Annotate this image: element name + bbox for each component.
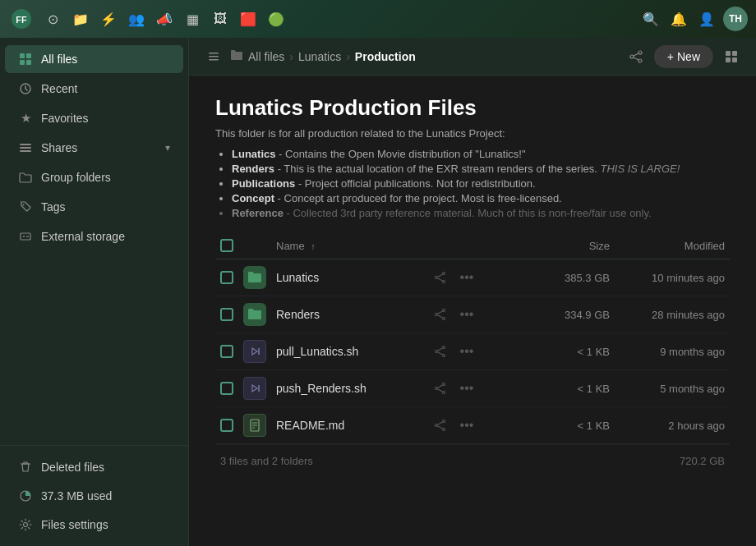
files-icon[interactable]: 📁 <box>69 7 92 30</box>
breadcrumb-lunatics[interactable]: Lunatics <box>298 50 341 63</box>
activity-icon[interactable]: ⚡ <box>97 7 120 30</box>
row-checkbox[interactable] <box>220 382 233 395</box>
search-wrap: 🔍 <box>639 7 662 30</box>
contacts-icon-2[interactable]: 👤 <box>695 7 718 30</box>
svg-rect-16 <box>209 53 219 54</box>
favorites-icon: ★ <box>18 111 33 126</box>
file-table-footer: 3 files and 2 folders 720.2 GB <box>215 444 730 477</box>
table-row: push_Renders.sh ••• < 1 KB 5 months ag <box>215 370 730 407</box>
announce-icon[interactable]: 📣 <box>153 7 176 30</box>
breadcrumb-menu-button[interactable] <box>202 45 225 68</box>
select-all-checkbox[interactable] <box>220 239 233 252</box>
view-toggle-button[interactable] <box>720 45 743 68</box>
more-options-icon[interactable]: ••• <box>457 379 477 398</box>
header-icon-cell <box>238 232 271 259</box>
row-checkbox[interactable] <box>220 308 233 321</box>
svg-point-12 <box>23 236 25 237</box>
item-name: Lunatics <box>232 148 275 160</box>
svg-point-35 <box>443 318 445 320</box>
sidebar-item-tags[interactable]: Tags <box>5 193 183 221</box>
row-actions-cell: ••• <box>426 370 524 407</box>
tags-label: Tags <box>41 200 66 213</box>
row-checkbox-cell <box>215 407 238 444</box>
list-item: Renders - This is the actual location of… <box>232 163 730 175</box>
row-modified-cell: 2 hours ago <box>615 407 730 444</box>
svg-line-36 <box>438 311 443 314</box>
svg-rect-24 <box>726 51 731 56</box>
home-icon[interactable]: ⊙ <box>41 7 64 30</box>
header-name[interactable]: Name ↑ <box>271 232 426 259</box>
file-name[interactable]: pull_Lunatics.sh <box>276 345 358 358</box>
sidebar-item-storage[interactable]: 37.3 MB used <box>5 482 183 510</box>
sidebar-item-all-files[interactable]: All files <box>5 45 183 73</box>
svg-point-21 <box>638 59 642 62</box>
header-spacer <box>426 232 524 259</box>
svg-point-47 <box>443 383 445 386</box>
svg-line-59 <box>438 422 443 424</box>
app-logo[interactable]: FF <box>8 6 35 32</box>
svg-rect-7 <box>20 144 31 145</box>
share-file-icon[interactable] <box>431 305 450 324</box>
row-modified-cell: 5 months ago <box>615 370 730 407</box>
row-checkbox[interactable] <box>220 419 233 432</box>
more-options-icon[interactable]: ••• <box>457 305 477 324</box>
more-options-icon[interactable]: ••• <box>457 342 477 361</box>
shares-chevron: ▾ <box>165 142 170 154</box>
photos-icon[interactable]: 🖼 <box>209 7 232 30</box>
breadcrumb-all-files[interactable]: All files <box>248 50 284 63</box>
user-avatar[interactable]: TH <box>723 7 748 31</box>
svg-point-56 <box>443 420 445 423</box>
list-item: Publications - Project official publicat… <box>232 177 730 190</box>
row-size-cell: < 1 KB <box>524 333 615 370</box>
row-checkbox-cell <box>215 296 238 333</box>
sidebar-item-group-folders[interactable]: Group folders <box>5 163 183 191</box>
row-size-cell: 385.3 GB <box>524 259 615 296</box>
contacts-icon[interactable]: 👥 <box>125 7 148 30</box>
svg-point-48 <box>436 388 438 390</box>
svg-line-32 <box>438 278 443 281</box>
share-file-icon[interactable] <box>431 379 450 398</box>
svg-line-23 <box>634 57 638 60</box>
sidebar-item-external-storage[interactable]: External storage <box>5 223 183 250</box>
sidebar-item-shares[interactable]: Shares ▾ <box>5 134 183 162</box>
sidebar-item-deleted-files[interactable]: Deleted files <box>5 453 183 481</box>
circle-icon[interactable]: 🟢 <box>265 7 288 30</box>
share-button[interactable] <box>625 45 648 68</box>
notification-icon[interactable]: 🔔 <box>667 7 690 30</box>
file-name[interactable]: README.md <box>276 419 344 432</box>
share-file-icon[interactable] <box>431 268 450 287</box>
share-file-icon[interactable] <box>431 415 450 435</box>
svg-rect-3 <box>26 53 31 58</box>
file-name[interactable]: push_Renders.sh <box>276 382 366 395</box>
row-checkbox[interactable] <box>220 271 233 284</box>
row-icon-cell <box>238 407 271 444</box>
breadcrumb-actions: + New <box>625 45 743 68</box>
svg-point-30 <box>443 281 445 283</box>
item-name: Reference <box>232 207 284 219</box>
row-checkbox[interactable] <box>220 345 233 358</box>
folder-description: This folder is for all production relate… <box>215 127 730 140</box>
row-name-cell: push_Renders.sh <box>271 370 426 407</box>
sidebar-item-favorites[interactable]: ★ Favorites <box>5 104 183 132</box>
row-modified-cell: 28 minutes ago <box>615 296 730 333</box>
new-button[interactable]: + New <box>654 45 713 68</box>
svg-point-29 <box>436 277 438 279</box>
all-files-icon <box>18 52 33 67</box>
search-icon[interactable]: 🔍 <box>639 7 662 30</box>
tasks-icon[interactable]: 🟥 <box>237 7 260 30</box>
apps-icon[interactable]: ▦ <box>181 7 204 30</box>
share-file-icon[interactable] <box>431 342 450 361</box>
file-actions: ••• <box>431 379 519 398</box>
sidebar-item-recent[interactable]: Recent <box>5 75 183 103</box>
more-options-icon[interactable]: ••• <box>457 268 477 287</box>
svg-rect-18 <box>209 59 219 61</box>
sidebar-item-files-settings[interactable]: Files settings <box>5 511 183 539</box>
file-content: Lunatics Production Files This folder is… <box>189 76 756 546</box>
topbar-right: 🔍 🔔 👤 TH <box>639 7 748 31</box>
file-name[interactable]: Lunatics <box>276 271 319 284</box>
file-name[interactable]: Renders <box>276 308 320 321</box>
svg-point-33 <box>443 310 445 312</box>
more-options-icon[interactable]: ••• <box>457 415 477 435</box>
recent-icon <box>18 81 33 96</box>
svg-point-40 <box>443 346 445 349</box>
